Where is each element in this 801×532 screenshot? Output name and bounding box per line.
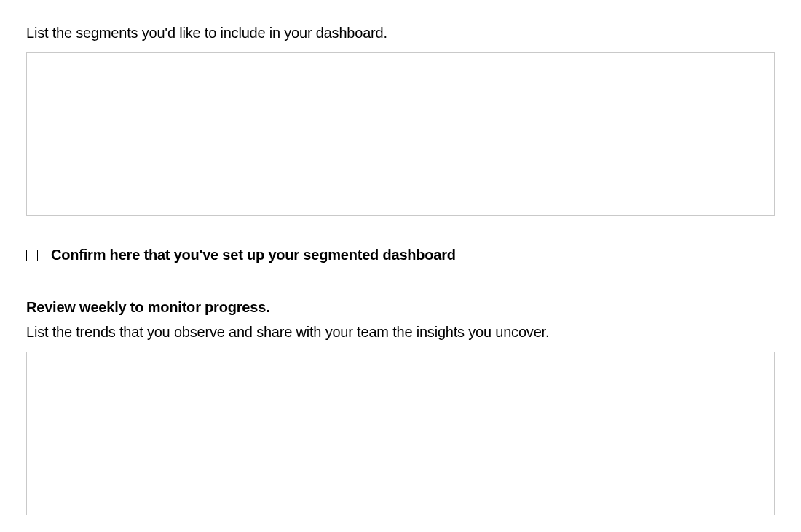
review-prompt-label: List the trends that you observe and sha… xyxy=(26,321,775,343)
confirm-checkbox-row: Confirm here that you've set up your seg… xyxy=(26,244,775,266)
review-input[interactable] xyxy=(26,352,775,515)
segments-prompt-label: List the segments you'd like to include … xyxy=(26,22,775,44)
confirm-checkbox[interactable] xyxy=(26,250,38,261)
segments-input[interactable] xyxy=(26,52,775,216)
review-heading: Review weekly to monitor progress. xyxy=(26,296,775,318)
confirm-checkbox-label: Confirm here that you've set up your seg… xyxy=(51,244,456,266)
